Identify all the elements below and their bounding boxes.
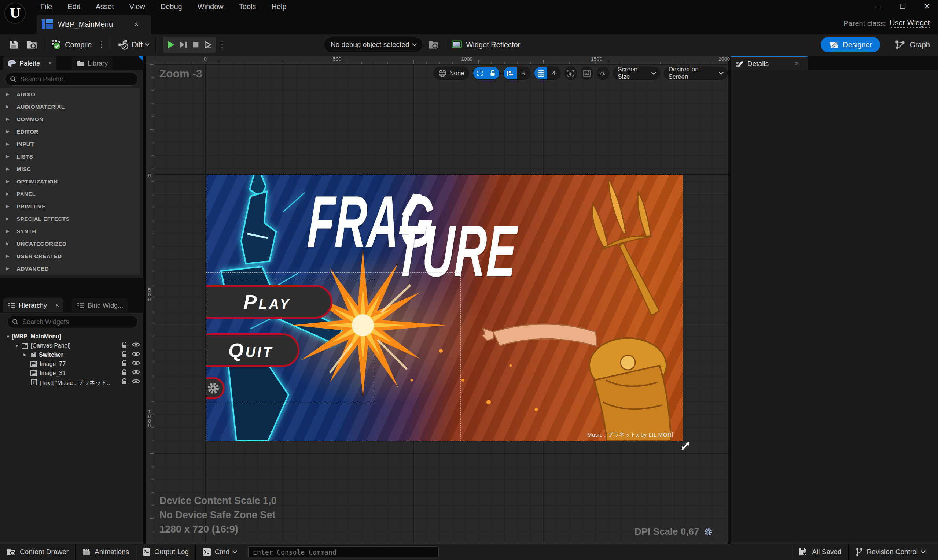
animations-button[interactable]: Animations <box>76 544 136 560</box>
menu-asset[interactable]: Asset <box>91 3 119 11</box>
tree-row-image-77[interactable]: Image_77 <box>0 359 143 368</box>
screen-size-select[interactable]: Screen Size <box>613 67 660 80</box>
all-saved-status[interactable]: All Saved <box>792 544 848 560</box>
visibility-eye-icon[interactable] <box>132 369 140 375</box>
menu-help[interactable]: Help <box>267 3 292 11</box>
browse-debug-button[interactable] <box>424 37 443 53</box>
chevron-collapsed-icon[interactable]: ▶ <box>21 352 29 357</box>
palette-category-misc[interactable]: ▶MISC <box>0 163 140 175</box>
browse-asset-button[interactable] <box>23 37 41 53</box>
palette-category-input[interactable]: ▶INPUT <box>0 138 140 150</box>
graph-mode-button[interactable]: Graph <box>895 37 930 52</box>
cmd-selector[interactable]: Cmd <box>196 544 243 560</box>
save-button[interactable] <box>5 37 23 53</box>
diff-button[interactable]: Diff <box>114 37 153 53</box>
compile-options-icon[interactable]: ⋮ <box>95 40 108 49</box>
tree-row-root[interactable]: ▼ [WBP_MainMenu] <box>0 332 143 341</box>
tab-bind-widgets[interactable]: Bind Widg... <box>72 298 128 312</box>
grid-snap-toggle[interactable] <box>534 67 548 80</box>
hierarchy-search-input[interactable]: Search Widgets <box>7 316 138 328</box>
localization-preview-select[interactable]: None <box>434 67 469 80</box>
palette-category-advanced[interactable]: ▶ADVANCED <box>0 262 140 275</box>
visibility-eye-icon[interactable] <box>132 360 140 366</box>
visibility-eye-icon[interactable] <box>132 351 140 357</box>
palette-category-common[interactable]: ▶COMMON <box>0 113 140 125</box>
tab-palette[interactable]: Palette × <box>3 56 56 70</box>
widget-reflector-button[interactable]: Widget Reflector <box>451 40 520 49</box>
tab-hierarchy[interactable]: Hierarchy × <box>3 298 63 312</box>
frame-skip-button[interactable] <box>177 38 190 51</box>
menu-file[interactable]: File <box>35 3 57 11</box>
details-tab-strip: Details × <box>731 56 938 70</box>
menu-debug[interactable]: Debug <box>156 3 187 11</box>
palette-category-user-created[interactable]: ▶USER CREATED <box>0 250 140 262</box>
panel-splitter[interactable] <box>143 56 146 543</box>
unreal-logo-icon[interactable]: U <box>5 3 26 24</box>
parent-class-link[interactable]: User Widget <box>890 18 930 28</box>
compile-button[interactable]: Compile <box>47 37 95 53</box>
palette-category-audio[interactable]: ▶AUDIO <box>0 88 140 100</box>
tree-row-switcher[interactable]: ▶ Switcher <box>0 350 143 359</box>
console-command-input[interactable] <box>248 546 439 557</box>
desired-on-screen-select[interactable]: Desired on Screen <box>664 67 728 80</box>
close-icon[interactable]: × <box>48 60 52 67</box>
tab-wbp-mainmenu[interactable]: WBP_MainMenu × <box>37 15 151 34</box>
play-button[interactable] <box>165 38 177 51</box>
menu-tools[interactable]: Tools <box>234 3 261 11</box>
palette-search-input[interactable]: Search Palette <box>5 72 138 86</box>
tab-details[interactable]: Details × <box>731 56 807 70</box>
palette-category-synth[interactable]: ▶SYNTH <box>0 225 140 237</box>
palette-category-editor[interactable]: ▶EDITOR <box>0 125 140 138</box>
play-options-icon[interactable]: ⋮ <box>216 40 228 49</box>
preview-background-button[interactable] <box>581 67 593 80</box>
visibility-eye-icon[interactable] <box>132 378 140 384</box>
tab-close-icon[interactable]: × <box>134 20 139 29</box>
flip-preview-button[interactable] <box>597 67 609 80</box>
lock-open-icon[interactable] <box>121 378 128 385</box>
play-to-button[interactable] <box>202 38 214 51</box>
chevron-expanded-icon[interactable]: ▼ <box>5 334 12 339</box>
lock-open-icon[interactable] <box>121 351 128 357</box>
tab-library[interactable]: Library <box>72 56 112 70</box>
restore-button[interactable]: ❐ <box>895 1 910 12</box>
panel-splitter[interactable] <box>728 56 731 543</box>
debug-object-select[interactable]: No debug object selected <box>324 37 423 52</box>
stop-button[interactable] <box>190 38 202 51</box>
select-cursor-button[interactable] <box>565 67 577 80</box>
close-icon[interactable]: × <box>56 302 59 309</box>
dpi-settings-gear-icon[interactable] <box>704 527 713 537</box>
palette-category-uncategorized[interactable]: ▶UNCATEGORIZED <box>0 237 140 250</box>
dashed-outline-toggle[interactable] <box>473 67 486 80</box>
grid-snap-size[interactable]: 4 <box>547 67 560 80</box>
respect-locks-toggle[interactable]: R <box>517 67 530 80</box>
tree-row-image-31[interactable]: Image_31 <box>0 368 143 378</box>
tree-row-canvas-panel[interactable]: ▼ [Canvas Panel] <box>0 341 143 350</box>
tree-row-text-music[interactable]: [Text] "Music : プラネット.. <box>0 378 143 387</box>
menu-edit[interactable]: Edit <box>62 3 85 11</box>
designer-viewport[interactable]: 0 500 1000 1500 2000 0 500 1000 Zoom -3 … <box>146 56 728 543</box>
palette-category-audiomaterial[interactable]: ▶AUDIOMATERIAL <box>0 100 140 113</box>
designer-mode-button[interactable]: Designer <box>821 37 880 52</box>
resize-handle-icon[interactable] <box>678 439 693 454</box>
visibility-eye-icon[interactable] <box>132 342 140 348</box>
minimize-button[interactable]: – <box>871 1 886 12</box>
close-button[interactable]: ✕ <box>919 1 934 12</box>
align-widgets-toggle[interactable] <box>504 67 517 80</box>
lock-open-icon[interactable] <box>121 369 128 376</box>
palette-category-primitive[interactable]: ▶PRIMITIVE <box>0 200 140 212</box>
palette-category-optimization[interactable]: ▶OPTIMIZATION <box>0 175 140 188</box>
output-log-button[interactable]: Output Log <box>136 544 195 560</box>
chevron-expanded-icon[interactable]: ▼ <box>13 343 20 348</box>
palette-category-panel[interactable]: ▶PANEL <box>0 188 140 200</box>
palette-category-lists[interactable]: ▶LISTS <box>0 150 140 163</box>
content-drawer-button[interactable]: Content Drawer <box>0 544 75 560</box>
palette-category-special-effects[interactable]: ▶SPECIAL EFFECTS <box>0 212 140 225</box>
lock-open-icon[interactable] <box>121 360 128 367</box>
menu-view[interactable]: View <box>124 3 150 11</box>
widget-canvas[interactable]: FRAG TURE Play Quit Music : プラネットx by LI… <box>206 175 683 441</box>
menu-window[interactable]: Window <box>193 3 229 11</box>
lock-toggle[interactable] <box>486 67 499 80</box>
close-icon[interactable]: × <box>795 60 799 68</box>
lock-open-icon[interactable] <box>121 342 128 348</box>
revision-control-button[interactable]: Revision Control <box>849 544 932 560</box>
